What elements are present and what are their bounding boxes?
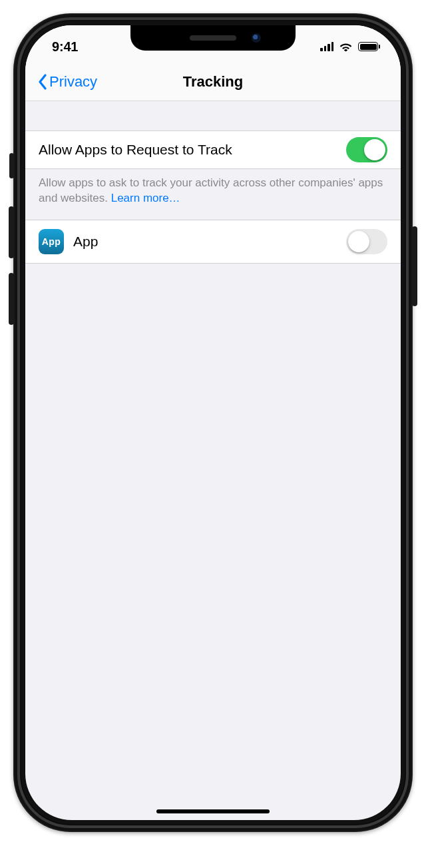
cellular-signal-icon xyxy=(320,42,333,51)
app-icon: App xyxy=(39,229,64,254)
phone-frame: 9:41 Privacy Tracking xyxy=(13,13,413,832)
wifi-icon xyxy=(339,42,353,52)
chevron-left-icon xyxy=(37,74,48,90)
volume-down-button xyxy=(9,273,14,325)
content-area: Allow Apps to Request to Track Allow app… xyxy=(25,101,401,264)
back-button[interactable]: Privacy xyxy=(32,63,103,101)
learn-more-link[interactable]: Learn more… xyxy=(111,192,180,204)
silence-switch xyxy=(9,153,14,178)
status-time: 9:41 xyxy=(52,39,78,55)
back-label: Privacy xyxy=(49,73,97,91)
footer-description: Allow apps to ask to track your activity… xyxy=(39,176,383,204)
screen: 9:41 Privacy Tracking xyxy=(25,25,401,820)
allow-apps-track-label: Allow Apps to Request to Track xyxy=(39,142,337,158)
toggle-knob xyxy=(364,139,385,160)
nav-header: Privacy Tracking xyxy=(25,63,401,101)
app-name-label: App xyxy=(73,234,337,250)
allow-apps-track-toggle[interactable] xyxy=(346,137,387,162)
power-button xyxy=(412,226,417,306)
notch xyxy=(130,25,296,51)
front-camera xyxy=(252,33,261,43)
battery-icon xyxy=(358,42,378,51)
app-tracking-toggle[interactable] xyxy=(346,229,387,254)
speaker-grille xyxy=(190,35,236,41)
allow-apps-track-row: Allow Apps to Request to Track xyxy=(25,130,401,169)
toggle-knob xyxy=(348,231,369,252)
volume-up-button xyxy=(9,206,14,258)
page-title: Tracking xyxy=(183,73,243,91)
home-indicator[interactable] xyxy=(156,809,270,813)
status-indicators xyxy=(320,42,378,52)
app-row: App App xyxy=(25,220,401,264)
section-footer: Allow apps to ask to track your activity… xyxy=(25,169,401,220)
